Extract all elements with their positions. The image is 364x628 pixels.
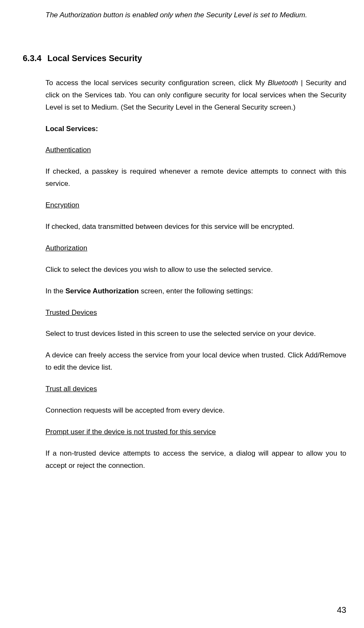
encryption-body: If checked, data transmitted between dev… [46,221,346,233]
service-auth-text-1: In the [46,287,65,295]
encryption-heading: Encryption [46,199,346,212]
authentication-heading: Authentication [46,144,346,156]
access-text-1: To access the local services security co… [46,79,268,87]
section-title: Local Services Security [47,54,142,63]
section-number: 6.3.4 [23,54,41,63]
trusted-devices-body2: A device can freely access the service f… [46,349,346,374]
trust-all-body: Connection requests will be accepted fro… [46,405,346,417]
intro-note: The Authorization button is enabled only… [46,9,346,21]
bluetooth-italic: Bluetooth [268,79,298,87]
trusted-devices-body1: Select to trust devices listed in this s… [46,328,346,340]
authorization-heading: Authorization [46,242,346,255]
page-number: 43 [337,603,346,617]
prompt-body: If a non-trusted device attempts to acce… [46,448,346,472]
service-auth-bold: Service Authorization [65,287,139,295]
prompt-heading: Prompt user if the device is not trusted… [46,426,346,438]
service-auth-text-2: screen, enter the following settings: [139,287,253,295]
local-services-label: Local Services: [46,123,346,135]
service-auth-paragraph: In the Service Authorization screen, ent… [46,285,346,298]
authorization-body: Click to select the devices you wish to … [46,264,346,276]
authentication-body: If checked, a passkey is required whenev… [46,166,346,190]
trusted-devices-heading: Trusted Devices [46,307,346,319]
trust-all-heading: Trust all devices [46,383,346,395]
access-paragraph: To access the local services security co… [46,77,346,114]
section-heading: 6.3.4Local Services Security [23,51,346,65]
